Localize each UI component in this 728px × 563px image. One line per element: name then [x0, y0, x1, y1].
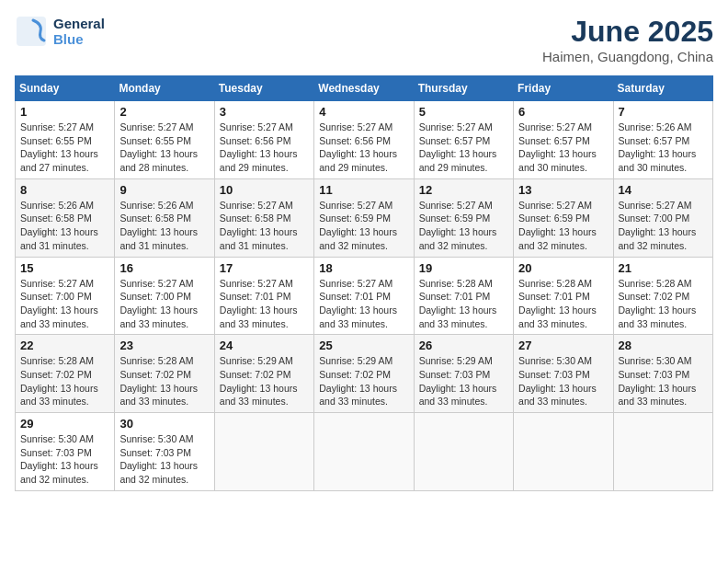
day-number: 23 [119, 339, 209, 352]
day-info: Sunrise: 5:27 AM Sunset: 6:58 PM Dayligh… [220, 199, 309, 253]
day-number: 21 [619, 261, 708, 275]
calendar-cell: 27 Sunrise: 5:30 AM Sunset: 7:03 PM Dayl… [514, 335, 613, 413]
day-number: 26 [419, 339, 508, 352]
calendar-cell [314, 413, 414, 491]
calendar-cell: 25 Sunrise: 5:29 AM Sunset: 7:02 PM Dayl… [314, 335, 414, 413]
day-number: 30 [119, 417, 209, 431]
day-number: 25 [319, 339, 408, 352]
calendar-cell: 18 Sunrise: 5:27 AM Sunset: 7:01 PM Dayl… [314, 257, 414, 335]
day-number: 10 [220, 183, 309, 197]
calendar-week-2: 8 Sunrise: 5:26 AM Sunset: 6:58 PM Dayli… [16, 178, 713, 257]
calendar-cell: 26 Sunrise: 5:29 AM Sunset: 7:03 PM Dayl… [414, 335, 513, 413]
day-info: Sunrise: 5:27 AM Sunset: 6:56 PM Dayligh… [319, 121, 408, 175]
col-monday: Monday [115, 76, 214, 101]
day-info: Sunrise: 5:28 AM Sunset: 7:02 PM Dayligh… [119, 354, 209, 408]
day-info: Sunrise: 5:26 AM Sunset: 6:58 PM Dayligh… [119, 199, 209, 253]
day-number: 27 [518, 339, 608, 352]
title-area: June 2025 Haimen, Guangdong, China [542, 15, 713, 64]
day-info: Sunrise: 5:26 AM Sunset: 6:57 PM Dayligh… [619, 121, 708, 175]
page-header: General Blue June 2025 Haimen, Guangdong… [15, 15, 713, 64]
calendar-cell [214, 413, 313, 491]
col-tuesday: Tuesday [214, 76, 313, 101]
calendar-cell [414, 413, 513, 491]
day-number: 29 [20, 417, 109, 431]
calendar-title: June 2025 [542, 15, 713, 49]
day-info: Sunrise: 5:27 AM Sunset: 6:55 PM Dayligh… [20, 121, 109, 175]
header-row: Sunday Monday Tuesday Wednesday Thursday… [16, 76, 713, 101]
calendar-cell: 2 Sunrise: 5:27 AM Sunset: 6:55 PM Dayli… [115, 101, 214, 179]
col-friday: Friday [514, 76, 613, 101]
logo-graphic [15, 15, 48, 48]
day-info: Sunrise: 5:27 AM Sunset: 6:55 PM Dayligh… [119, 121, 209, 175]
day-info: Sunrise: 5:27 AM Sunset: 6:59 PM Dayligh… [518, 199, 608, 253]
calendar-cell: 16 Sunrise: 5:27 AM Sunset: 7:00 PM Dayl… [115, 257, 214, 335]
day-number: 8 [20, 183, 109, 197]
day-info: Sunrise: 5:27 AM Sunset: 6:57 PM Dayligh… [419, 121, 508, 175]
calendar-cell: 8 Sunrise: 5:26 AM Sunset: 6:58 PM Dayli… [16, 178, 115, 257]
calendar-cell: 9 Sunrise: 5:26 AM Sunset: 6:58 PM Dayli… [115, 178, 214, 257]
calendar-cell: 29 Sunrise: 5:30 AM Sunset: 7:03 PM Dayl… [16, 413, 115, 491]
col-wednesday: Wednesday [314, 76, 414, 101]
day-info: Sunrise: 5:27 AM Sunset: 6:59 PM Dayligh… [419, 199, 508, 253]
calendar-cell: 10 Sunrise: 5:27 AM Sunset: 6:58 PM Dayl… [214, 178, 313, 257]
day-info: Sunrise: 5:28 AM Sunset: 7:01 PM Dayligh… [419, 277, 508, 331]
day-number: 9 [119, 183, 209, 197]
day-info: Sunrise: 5:27 AM Sunset: 7:01 PM Dayligh… [220, 277, 309, 331]
day-info: Sunrise: 5:29 AM Sunset: 7:03 PM Dayligh… [419, 354, 508, 408]
day-info: Sunrise: 5:28 AM Sunset: 7:02 PM Dayligh… [20, 354, 109, 408]
day-info: Sunrise: 5:27 AM Sunset: 6:57 PM Dayligh… [518, 121, 608, 175]
day-number: 4 [319, 105, 408, 119]
day-number: 14 [619, 183, 708, 197]
calendar-week-1: 1 Sunrise: 5:27 AM Sunset: 6:55 PM Dayli… [16, 101, 713, 179]
col-saturday: Saturday [613, 76, 712, 101]
day-number: 1 [20, 105, 109, 119]
day-info: Sunrise: 5:29 AM Sunset: 7:02 PM Dayligh… [220, 354, 309, 408]
day-number: 20 [518, 261, 608, 275]
calendar-cell: 5 Sunrise: 5:27 AM Sunset: 6:57 PM Dayli… [414, 101, 513, 179]
calendar-cell: 28 Sunrise: 5:30 AM Sunset: 7:03 PM Dayl… [613, 335, 712, 413]
calendar-cell: 6 Sunrise: 5:27 AM Sunset: 6:57 PM Dayli… [514, 101, 613, 179]
calendar-cell: 19 Sunrise: 5:28 AM Sunset: 7:01 PM Dayl… [414, 257, 513, 335]
calendar-cell: 20 Sunrise: 5:28 AM Sunset: 7:01 PM Dayl… [514, 257, 613, 335]
day-number: 7 [619, 105, 708, 119]
day-info: Sunrise: 5:27 AM Sunset: 7:00 PM Dayligh… [119, 277, 209, 331]
calendar-cell: 14 Sunrise: 5:27 AM Sunset: 7:00 PM Dayl… [613, 178, 712, 257]
calendar-cell: 11 Sunrise: 5:27 AM Sunset: 6:59 PM Dayl… [314, 178, 414, 257]
calendar-cell: 13 Sunrise: 5:27 AM Sunset: 6:59 PM Dayl… [514, 178, 613, 257]
day-number: 6 [518, 105, 608, 119]
day-info: Sunrise: 5:30 AM Sunset: 7:03 PM Dayligh… [20, 432, 109, 487]
day-info: Sunrise: 5:26 AM Sunset: 6:58 PM Dayligh… [20, 199, 109, 253]
day-info: Sunrise: 5:30 AM Sunset: 7:03 PM Dayligh… [619, 354, 708, 408]
calendar-cell: 21 Sunrise: 5:28 AM Sunset: 7:02 PM Dayl… [613, 257, 712, 335]
day-info: Sunrise: 5:27 AM Sunset: 6:56 PM Dayligh… [220, 121, 309, 175]
day-number: 17 [220, 261, 309, 275]
logo: General Blue [15, 15, 105, 48]
calendar-cell: 15 Sunrise: 5:27 AM Sunset: 7:00 PM Dayl… [16, 257, 115, 335]
col-sunday: Sunday [16, 76, 115, 101]
calendar-subtitle: Haimen, Guangdong, China [542, 49, 713, 64]
day-number: 16 [119, 261, 209, 275]
day-info: Sunrise: 5:28 AM Sunset: 7:02 PM Dayligh… [619, 277, 708, 331]
day-number: 28 [619, 339, 708, 352]
calendar-cell: 3 Sunrise: 5:27 AM Sunset: 6:56 PM Dayli… [214, 101, 313, 179]
calendar-cell: 30 Sunrise: 5:30 AM Sunset: 7:03 PM Dayl… [115, 413, 214, 491]
day-number: 22 [20, 339, 109, 352]
calendar-cell: 1 Sunrise: 5:27 AM Sunset: 6:55 PM Dayli… [16, 101, 115, 179]
day-number: 24 [220, 339, 309, 352]
day-info: Sunrise: 5:27 AM Sunset: 7:01 PM Dayligh… [319, 277, 408, 331]
logo-text-blue: Blue [53, 31, 105, 47]
day-number: 5 [419, 105, 508, 119]
day-info: Sunrise: 5:27 AM Sunset: 6:59 PM Dayligh… [319, 199, 408, 253]
calendar-week-3: 15 Sunrise: 5:27 AM Sunset: 7:00 PM Dayl… [16, 257, 713, 335]
calendar-cell [613, 413, 712, 491]
day-number: 13 [518, 183, 608, 197]
day-info: Sunrise: 5:29 AM Sunset: 7:02 PM Dayligh… [319, 354, 408, 408]
calendar-week-4: 22 Sunrise: 5:28 AM Sunset: 7:02 PM Dayl… [16, 335, 713, 413]
day-info: Sunrise: 5:30 AM Sunset: 7:03 PM Dayligh… [518, 354, 608, 408]
day-number: 11 [319, 183, 408, 197]
calendar-cell: 24 Sunrise: 5:29 AM Sunset: 7:02 PM Dayl… [214, 335, 313, 413]
calendar-cell: 23 Sunrise: 5:28 AM Sunset: 7:02 PM Dayl… [115, 335, 214, 413]
day-number: 3 [220, 105, 309, 119]
day-info: Sunrise: 5:28 AM Sunset: 7:01 PM Dayligh… [518, 277, 608, 331]
calendar-cell: 12 Sunrise: 5:27 AM Sunset: 6:59 PM Dayl… [414, 178, 513, 257]
